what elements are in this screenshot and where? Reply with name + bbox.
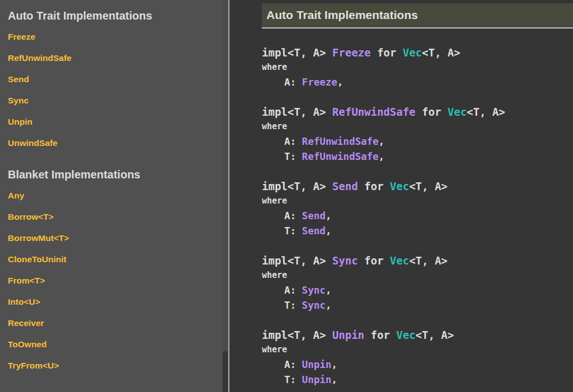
impl-keyword: impl<T, A> — [262, 46, 332, 59]
sidebar: Auto Trait Implementations Freeze RefUnw… — [0, 0, 222, 392]
sidebar-item-sync[interactable]: Sync — [8, 95, 222, 106]
where-keyword: where — [262, 342, 573, 357]
for-keyword: for — [370, 46, 402, 59]
where-bound: A: Unpin, — [262, 357, 573, 372]
impl-block-unpin: impl<T, A> Unpin for Vec<T, A> where A: … — [262, 328, 573, 388]
impl-block-refunwindsafe: impl<T, A> RefUnwindSafe for Vec<T, A> w… — [262, 105, 573, 164]
struct-link[interactable]: Vec — [448, 106, 467, 118]
bound-param: T: — [284, 151, 302, 162]
impl-keyword: impl<T, A> — [262, 106, 332, 118]
sidebar-scrollbar-thumb[interactable] — [223, 351, 228, 392]
impl-list: impl<T, A> Freeze for Vec<T, A> where A:… — [262, 45, 573, 388]
struct-link[interactable]: Vec — [390, 180, 409, 192]
sidebar-item-send[interactable]: Send — [8, 74, 222, 85]
trait-link[interactable]: Freeze — [302, 77, 337, 88]
trait-link[interactable]: RefUnwindSafe — [332, 106, 416, 118]
bound-comma: , — [326, 210, 332, 221]
trait-link[interactable]: Unpin — [302, 374, 332, 385]
for-keyword: for — [416, 106, 448, 118]
bound-comma: , — [379, 136, 385, 147]
trait-link[interactable]: Sync — [332, 254, 358, 267]
sidebar-item-toowned[interactable]: ToOwned — [8, 339, 222, 350]
where-keyword: where — [262, 60, 573, 75]
bound-comma: , — [326, 225, 332, 237]
bound-param: T: — [284, 300, 302, 311]
where-bound: T: RefUnwindSafe, — [262, 149, 573, 164]
where-bound: T: Sync, — [262, 298, 573, 313]
sidebar-item-borrow[interactable]: Borrow<T> — [8, 211, 222, 223]
trait-link[interactable]: Unpin — [302, 359, 332, 370]
trait-link[interactable]: Send — [302, 225, 326, 237]
trait-link[interactable]: Sync — [302, 300, 326, 311]
bound-param: T: — [284, 225, 302, 237]
where-bound: A: RefUnwindSafe, — [262, 134, 573, 149]
trait-link[interactable]: Send — [332, 180, 358, 192]
sidebar-item-unwindsafe[interactable]: UnwindSafe — [8, 138, 222, 149]
bound-param: A: — [284, 359, 302, 370]
generic-params: <T, A> — [467, 106, 505, 118]
generic-params: <T, A> — [422, 46, 461, 59]
where-bound: A: Sync, — [262, 283, 573, 298]
bound-comma: , — [326, 285, 332, 296]
section-title-auto-trait-implementations: Auto Trait Implementations — [262, 3, 573, 29]
sidebar-item-from[interactable]: From<T> — [8, 275, 222, 286]
impl-block-freeze: impl<T, A> Freeze for Vec<T, A> where A:… — [262, 45, 573, 90]
bound-comma: , — [331, 359, 337, 370]
bound-param: A: — [284, 285, 302, 296]
sidebar-item-refunwindsafe[interactable]: RefUnwindSafe — [8, 53, 222, 64]
where-keyword: where — [262, 119, 573, 134]
bound-param: A: — [284, 77, 302, 88]
bound-comma: , — [331, 374, 337, 385]
sidebar-item-clonetouninit[interactable]: CloneToUninit — [8, 254, 222, 265]
sidebar-scrollbar-track[interactable] — [222, 0, 228, 392]
bound-param: A: — [284, 210, 302, 221]
impl-block-sync: impl<T, A> Sync for Vec<T, A> where A: S… — [262, 253, 573, 313]
sidebar-item-unpin[interactable]: Unpin — [8, 116, 222, 127]
trait-link[interactable]: Freeze — [332, 46, 371, 59]
impl-signature: impl<T, A> Sync for Vec<T, A> — [262, 253, 573, 268]
for-keyword: for — [358, 254, 390, 267]
impl-signature: impl<T, A> RefUnwindSafe for Vec<T, A> — [262, 105, 573, 119]
where-bound: A: Freeze, — [262, 75, 573, 90]
sidebar-item-borrowmut[interactable]: BorrowMut<T> — [8, 233, 222, 244]
sidebar-item-freeze[interactable]: Freeze — [8, 31, 222, 42]
impl-keyword: impl<T, A> — [262, 180, 332, 192]
impl-signature: impl<T, A> Send for Vec<T, A> — [262, 179, 573, 193]
impl-keyword: impl<T, A> — [262, 254, 332, 267]
impl-signature: impl<T, A> Freeze for Vec<T, A> — [262, 45, 573, 60]
impl-block-send: impl<T, A> Send for Vec<T, A> where A: S… — [262, 179, 573, 239]
sidebar-item-into[interactable]: Into<U> — [8, 296, 222, 308]
bound-comma: , — [379, 151, 385, 162]
sidebar-item-receiver[interactable]: Receiver — [8, 318, 222, 329]
for-keyword: for — [358, 180, 390, 192]
trait-link[interactable]: RefUnwindSafe — [302, 136, 379, 147]
trait-link[interactable]: Sync — [302, 285, 326, 296]
trait-link[interactable]: Unpin — [332, 329, 364, 341]
trait-link[interactable]: RefUnwindSafe — [302, 151, 379, 162]
for-keyword: for — [364, 329, 396, 341]
sidebar-item-tryfrom[interactable]: TryFrom<U> — [8, 360, 222, 371]
struct-link[interactable]: Vec — [390, 254, 409, 267]
struct-link[interactable]: Vec — [396, 329, 415, 341]
impl-keyword: impl<T, A> — [262, 329, 332, 341]
bound-comma: , — [326, 300, 332, 311]
where-keyword: where — [262, 268, 573, 283]
where-keyword: where — [262, 193, 573, 209]
generic-params: <T, A> — [409, 180, 448, 192]
sidebar-heading-blanket-implementations[interactable]: Blanket Implementations — [8, 168, 222, 181]
where-bound: A: Send, — [262, 209, 573, 224]
trait-link[interactable]: Send — [302, 210, 326, 221]
bound-param: A: — [284, 136, 302, 147]
generic-params: <T, A> — [416, 329, 454, 341]
main-content: Auto Trait Implementations impl<T, A> Fr… — [229, 0, 573, 392]
generic-params: <T, A> — [409, 254, 448, 267]
bound-param: T: — [284, 374, 302, 385]
struct-link[interactable]: Vec — [403, 46, 422, 59]
sidebar-heading-auto-trait-implementations[interactable]: Auto Trait Implementations — [8, 9, 222, 22]
sidebar-item-any[interactable]: Any — [8, 190, 222, 201]
where-bound: T: Unpin, — [262, 372, 573, 388]
where-bound: T: Send, — [262, 224, 573, 239]
impl-signature: impl<T, A> Unpin for Vec<T, A> — [262, 328, 573, 342]
bound-comma: , — [337, 77, 344, 88]
